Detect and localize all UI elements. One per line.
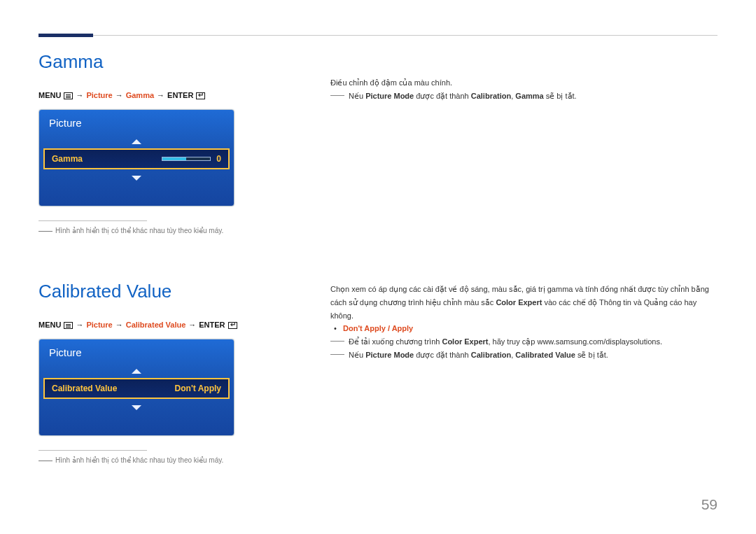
- note-dash-icon: [330, 95, 344, 96]
- download-note: Để tải xuống chương trình Color Expert, …: [330, 335, 718, 349]
- breadcrumb-enter-label: ENTER: [167, 91, 193, 99]
- apply-options: Don't Apply / Apply: [343, 324, 413, 332]
- breadcrumb-item: Picture: [86, 91, 112, 99]
- gamma-description: Điều chỉnh độ đậm của màu chính. Nếu Pic…: [330, 76, 718, 102]
- gamma-intro: Điều chỉnh độ đậm của màu chính.: [330, 76, 718, 90]
- note-dash-icon: [330, 354, 344, 355]
- calibrated-disable-note: Nếu Picture Mode được đặt thành Calibrat…: [330, 349, 718, 362]
- osd-row-label: Calibrated Value: [52, 384, 117, 393]
- osd-arrow-up-row[interactable]: [39, 133, 234, 148]
- section-title-gamma: Gamma: [38, 51, 273, 73]
- image-vary-caption: Hình ảnh hiển thị có thể khác nhau tùy t…: [38, 456, 273, 464]
- caption-divider: [38, 220, 147, 221]
- breadcrumb-item: Picture: [86, 321, 112, 329]
- caption-divider: [38, 450, 147, 451]
- right-column: Điều chỉnh độ đậm của màu chính. Nếu Pic…: [330, 51, 718, 464]
- section-title-calibrated: Calibrated Value: [38, 281, 273, 302]
- gamma-slider[interactable]: [162, 157, 211, 161]
- chevron-up-icon: [132, 369, 141, 374]
- breadcrumb-gamma: MENU → Picture → Gamma → ENTER: [38, 91, 273, 99]
- gamma-note: Nếu Picture Mode được đặt thành Calibrat…: [330, 90, 718, 103]
- breadcrumb-enter-label: ENTER: [199, 321, 225, 329]
- breadcrumb-item: Calibrated Value: [126, 321, 186, 329]
- breadcrumb-calibrated: MENU → Picture → Calibrated Value → ENTE…: [38, 321, 273, 329]
- chevron-up-icon: [132, 139, 141, 144]
- caption-text: Hình ảnh hiển thị có thể khác nhau tùy t…: [55, 227, 223, 234]
- top-rule: [38, 35, 718, 36]
- chevron-down-icon: [132, 176, 141, 181]
- arrow-icon: →: [115, 91, 123, 99]
- breadcrumb-menu-label: MENU: [38, 91, 61, 99]
- osd-selected-row[interactable]: Calibrated Value Don't Apply: [43, 378, 230, 399]
- gamma-note-text: Nếu Picture Mode được đặt thành Calibrat…: [349, 90, 577, 103]
- breadcrumb-menu-label: MENU: [38, 321, 61, 329]
- breadcrumb-item: Gamma: [126, 91, 154, 99]
- arrow-icon: →: [157, 91, 164, 99]
- osd-selected-row[interactable]: Gamma 0: [43, 148, 230, 169]
- osd-panel-gamma: Picture Gamma 0: [38, 109, 234, 206]
- menu-icon: [64, 92, 73, 99]
- arrow-icon: →: [76, 91, 83, 99]
- image-vary-caption: Hình ảnh hiển thị có thể khác nhau tùy t…: [38, 227, 273, 234]
- caption-text: Hình ảnh hiển thị có thể khác nhau tùy t…: [55, 456, 223, 464]
- osd-arrow-down-row[interactable]: [39, 169, 234, 185]
- section-calibrated: Calibrated Value MENU → Picture → Calibr…: [38, 281, 273, 464]
- osd-panel-calibrated: Picture Calibrated Value Don't Apply: [38, 339, 234, 436]
- osd-row-label: Gamma: [52, 154, 83, 164]
- enter-icon: [196, 92, 205, 99]
- calibrated-para: Chọn xem có áp dụng các cài đặt về độ sá…: [330, 283, 718, 322]
- arrow-icon: →: [188, 321, 196, 329]
- osd-arrow-up-row[interactable]: [39, 363, 234, 378]
- enter-icon: [228, 322, 237, 329]
- calibrated-description: Chọn xem có áp dụng các cài đặt về độ sá…: [330, 283, 718, 361]
- manual-page: Gamma MENU → Picture → Gamma → ENTER Pic…: [0, 0, 756, 464]
- arrow-icon: →: [115, 321, 123, 329]
- left-column: Gamma MENU → Picture → Gamma → ENTER Pic…: [38, 51, 273, 464]
- download-note-text: Để tải xuống chương trình Color Expert, …: [349, 335, 662, 349]
- osd-title: Picture: [39, 339, 234, 363]
- osd-row-value: Don't Apply: [175, 384, 221, 393]
- menu-icon: [64, 322, 73, 329]
- apply-options-bullet: Don't Apply / Apply: [330, 322, 718, 335]
- calibrated-disable-note-text: Nếu Picture Mode được đặt thành Calibrat…: [349, 349, 608, 362]
- note-dash-icon: [330, 341, 344, 342]
- osd-arrow-down-row[interactable]: [39, 399, 234, 414]
- chevron-down-icon: [132, 405, 141, 410]
- osd-title: Picture: [39, 110, 234, 133]
- arrow-icon: →: [76, 321, 83, 329]
- osd-row-value: 0: [216, 154, 221, 164]
- page-number: 59: [701, 496, 718, 513]
- section-gamma: Gamma MENU → Picture → Gamma → ENTER Pic…: [38, 51, 273, 234]
